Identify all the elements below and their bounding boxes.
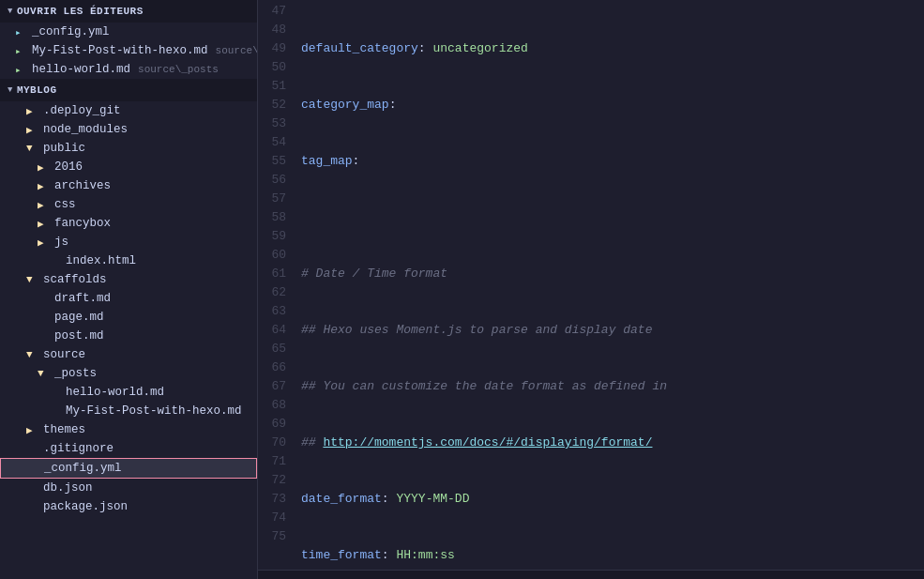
gitignore-label: .gitignore	[43, 442, 114, 455]
folder-icon-themes: ▶	[26, 424, 39, 436]
tree-js[interactable]: ▶ js	[0, 233, 257, 251]
folder-icon-archives: ▶	[38, 180, 51, 192]
code-line-51: # Date / Time format	[301, 265, 924, 283]
code-line-47: default_category: uncategorized	[301, 39, 924, 58]
md-icon: ▸	[15, 45, 28, 57]
folder-icon-public: ▼	[26, 143, 39, 154]
myblog-arrow: ▼	[8, 85, 13, 95]
editor-scrollbar[interactable]	[258, 570, 924, 579]
public-label: public	[43, 142, 85, 155]
folder-icon-fancybox: ▶	[38, 218, 51, 230]
tree-hello-world[interactable]: hello-world.md	[0, 383, 257, 402]
editor-content[interactable]: 47 48 49 50 51 52 53 54 55 56 57 58 59 6…	[258, 0, 924, 570]
open-file-config[interactable]: ▸ _config.yml	[0, 23, 257, 41]
css-label: css	[54, 198, 76, 211]
tree-fancybox[interactable]: ▶ fancybox	[0, 214, 257, 233]
posts-label: _posts	[54, 367, 97, 380]
tree-themes[interactable]: ▶ themes	[0, 420, 257, 439]
myblog-header[interactable]: ▼ MYBLOG	[0, 79, 257, 101]
page-md-label: page.md	[54, 311, 104, 324]
fancybox-label: fancybox	[54, 217, 111, 230]
code-line-50	[301, 208, 924, 227]
source-label: source	[43, 348, 85, 361]
tree-post-md[interactable]: post.md	[0, 327, 257, 345]
tree-public[interactable]: ▼ public	[0, 139, 257, 158]
tree-css[interactable]: ▶ css	[0, 195, 257, 214]
y2016-label: 2016	[54, 160, 83, 174]
md-icon-hello: ▸	[15, 64, 28, 76]
open-file-config-label: _config.yml	[32, 25, 110, 38]
hello-world-label: hello-world.md	[66, 386, 164, 399]
db-json-label: db.json	[43, 481, 93, 495]
open-editors-arrow: ▼	[8, 7, 13, 16]
tree-index-html[interactable]: index.html	[0, 251, 257, 270]
folder-icon-2016: ▶	[38, 161, 51, 174]
sidebar: ▼ OUVRIR LES ÉDITEURS ▸ _config.yml ▸ My…	[0, 0, 258, 579]
open-file-hello[interactable]: ▸ hello-world.md source\_posts	[0, 60, 257, 79]
myfist-label: My-Fist-Post-with-hexo.md	[66, 404, 242, 418]
code-line-48: category_map:	[301, 96, 924, 114]
code-line-56: time_format: HH:mm:ss	[301, 546, 924, 565]
folder-icon-js: ▶	[38, 236, 51, 249]
open-editors-label: OUVRIR LES ÉDITEURS	[17, 6, 144, 17]
node-modules-label: node_modules	[43, 123, 128, 136]
tree-page-md[interactable]: page.md	[0, 308, 257, 327]
tree-config-yml[interactable]: _config.yml	[0, 458, 257, 479]
tree-archives[interactable]: ▶ archives	[0, 176, 257, 195]
open-file-hello-label: hello-world.md	[32, 63, 130, 76]
code-line-49: tag_map:	[301, 152, 924, 171]
tree-db-json[interactable]: db.json	[0, 479, 257, 497]
themes-label: themes	[43, 423, 85, 436]
folder-icon: ▶	[26, 105, 39, 117]
tree-myfist[interactable]: My-Fist-Post-with-hexo.md	[0, 402, 257, 420]
draft-md-label: draft.md	[54, 292, 111, 305]
tree-deploy-git[interactable]: ▶ .deploy_git	[0, 101, 257, 120]
folder-icon-source: ▼	[26, 349, 39, 360]
scaffolds-label: scaffolds	[43, 273, 107, 286]
folder-icon-css: ▶	[38, 199, 51, 211]
folder-icon-nm: ▶	[26, 124, 39, 136]
tree-posts[interactable]: ▼ _posts	[0, 364, 257, 383]
post-md-label: post.md	[54, 329, 104, 343]
archives-label: archives	[54, 179, 111, 192]
tree-package-json[interactable]: package.json	[0, 497, 257, 516]
package-json-label: package.json	[43, 500, 128, 513]
tree-node-modules[interactable]: ▶ node_modules	[0, 120, 257, 139]
code-line-52: ## Hexo uses Moment.js to parse and disp…	[301, 321, 924, 340]
myblog-label: MYBLOG	[17, 84, 57, 96]
open-file-myfist-label: My-Fist-Post-with-hexo.md	[32, 44, 208, 57]
open-file-hello-subtitle: source\_posts	[138, 64, 219, 75]
editor: 47 48 49 50 51 52 53 54 55 56 57 58 59 6…	[258, 0, 924, 579]
code-line-53: ## You can customize the date format as …	[301, 377, 924, 396]
tree-draft-md[interactable]: draft.md	[0, 289, 257, 308]
deploy-git-label: .deploy_git	[43, 104, 121, 117]
yaml-icon: ▸	[15, 26, 28, 38]
open-file-myfist-subtitle: source\_posts	[216, 45, 258, 56]
code-area[interactable]: default_category: uncategorized category…	[294, 0, 924, 570]
line-numbers: 47 48 49 50 51 52 53 54 55 56 57 58 59 6…	[258, 0, 294, 570]
folder-icon-posts: ▼	[38, 368, 51, 379]
tree-gitignore[interactable]: .gitignore	[0, 439, 257, 458]
code-line-55: date_format: YYYY-MM-DD	[301, 490, 924, 509]
tree-2016[interactable]: ▶ 2016	[0, 158, 257, 176]
code-line-54: ## http://momentjs.com/docs/#/displaying…	[301, 434, 924, 452]
open-editors-header[interactable]: ▼ OUVRIR LES ÉDITEURS	[0, 0, 257, 23]
index-html-label: index.html	[66, 254, 136, 267]
config-yml-label: _config.yml	[44, 462, 122, 475]
open-file-myfist[interactable]: ▸ My-Fist-Post-with-hexo.md source\_post…	[0, 41, 257, 60]
js-label: js	[54, 236, 68, 249]
folder-icon-scaffolds: ▼	[26, 274, 39, 285]
tree-scaffolds[interactable]: ▼ scaffolds	[0, 270, 257, 289]
tree-source[interactable]: ▼ source	[0, 345, 257, 364]
